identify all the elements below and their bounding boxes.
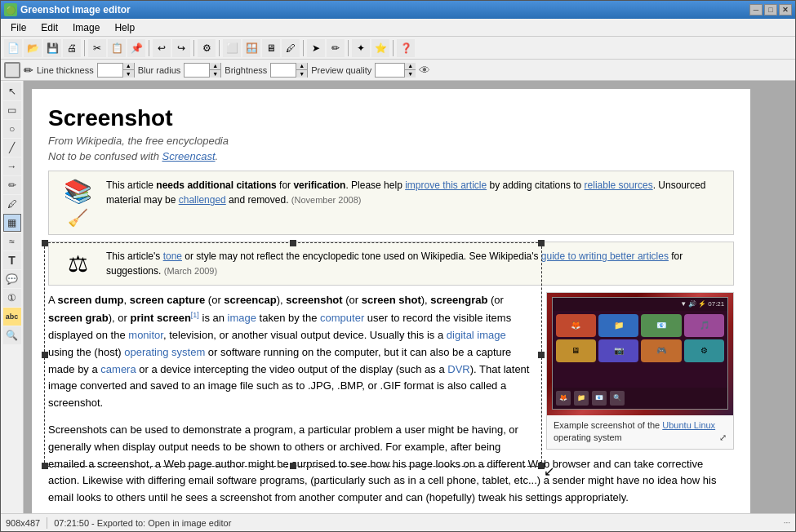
capture-region-button[interactable]: ⬜: [223, 39, 241, 57]
resize-cursor: ↙: [544, 463, 554, 479]
new-button[interactable]: 📄: [4, 39, 22, 57]
print-button[interactable]: 🖨: [63, 39, 81, 57]
selection-box[interactable]: ↙: [44, 242, 542, 467]
close-button[interactable]: ✕: [779, 4, 792, 16]
copy-button[interactable]: 📋: [108, 39, 126, 57]
sep2: [149, 40, 149, 56]
toolbar-options: ✏ Line thickness 1 ▲ ▼ Blur radius 2 ▲ ▼…: [1, 60, 795, 81]
counter-tool[interactable]: ①: [3, 289, 21, 307]
arrow-tool-button[interactable]: ➤: [307, 39, 325, 57]
line-thickness-btns[interactable]: ▲ ▼: [122, 63, 134, 78]
status-text: 07:21:50 - Exported to: Open in image ed…: [54, 518, 231, 528]
handle-mr[interactable]: [538, 352, 545, 358]
select-tool[interactable]: ↖: [3, 82, 21, 100]
capture-window-button[interactable]: 🪟: [242, 39, 260, 57]
blur-tool[interactable]: ≈: [3, 233, 21, 250]
title-bar-text: Greenshot image editor: [20, 4, 131, 16]
obfuscate-tool[interactable]: ▦: [3, 214, 21, 232]
preview-quality-down[interactable]: ▼: [404, 70, 416, 78]
infobox: ▼🔊⚡07:21 🦊 📁 📧 🎵 🖥 📷 🎮: [546, 292, 734, 450]
speech-bubble-tool[interactable]: 💬: [3, 270, 21, 288]
abc-tool[interactable]: abc: [3, 308, 21, 326]
blur-radius-spinbox[interactable]: 2 ▲ ▼: [184, 63, 221, 78]
line-tool[interactable]: ╱: [3, 139, 21, 157]
brightness-spinbox[interactable]: 85 ▲ ▼: [270, 63, 308, 78]
handle-tm[interactable]: [290, 240, 296, 246]
preview-icon: 👁: [419, 64, 430, 77]
menu-edit[interactable]: Edit: [34, 20, 64, 35]
preview-quality-label: Preview quality: [311, 65, 371, 75]
page-subtitle: From Wikipedia, the free encyclopedia: [48, 135, 734, 147]
maximize-button[interactable]: □: [764, 4, 777, 16]
highlight-tool[interactable]: 🖊: [3, 195, 21, 213]
minimize-button[interactable]: ─: [749, 4, 763, 16]
infobox-image: ▼🔊⚡07:21 🦊 📁 📧 🎵 🖥 📷 🎮: [547, 293, 733, 415]
blur-radius-btns[interactable]: ▲ ▼: [209, 63, 220, 78]
open-editor-button[interactable]: 🖊: [282, 39, 300, 57]
cut-button[interactable]: ✂: [88, 39, 106, 57]
blur-radius-down[interactable]: ▼: [209, 70, 220, 78]
paste-button[interactable]: 📌: [127, 39, 145, 57]
preview-quality-btns[interactable]: ▲ ▼: [404, 63, 416, 78]
brightness-label: Brightness: [225, 65, 267, 75]
main-area: ↖ ▭ ○ ╱ → ✏ 🖊 ▦ ≈ T 💬 ① abc 🔍: [1, 81, 795, 513]
broom-icon: 🧹: [68, 208, 88, 228]
handle-ml[interactable]: [42, 352, 48, 358]
book-icon: 📚: [64, 178, 92, 205]
sep6: [348, 40, 349, 56]
arrow-draw-tool[interactable]: →: [3, 157, 21, 175]
brightness-btns[interactable]: ▲ ▼: [296, 63, 307, 78]
effects-button[interactable]: ✦: [352, 39, 370, 57]
side-toolbar: ↖ ▭ ○ ╱ → ✏ 🖊 ▦ ≈ T 💬 ① abc 🔍: [1, 81, 24, 513]
pencil-tool-button[interactable]: ✏: [327, 39, 345, 57]
save-button[interactable]: 💾: [43, 39, 61, 57]
canvas-area[interactable]: ↙ Screenshot From Wikipedia, the free en…: [24, 81, 795, 513]
blur-radius-input[interactable]: 2: [185, 64, 209, 77]
text-tool[interactable]: T: [3, 251, 21, 269]
screenshot-content: ↙ Screenshot From Wikipedia, the free en…: [32, 89, 750, 513]
color-swatch[interactable]: [4, 62, 20, 78]
line-thickness-input[interactable]: 1: [98, 64, 122, 77]
title-bar-controls[interactable]: ─ □ ✕: [749, 4, 792, 16]
preview-quality-input[interactable]: 100: [376, 64, 404, 77]
not-confused: Not to be confused with Screencast.: [48, 150, 734, 162]
menu-image[interactable]: Image: [66, 20, 106, 35]
line-thickness-up[interactable]: ▲: [122, 63, 134, 70]
resize-grip: ···: [784, 518, 790, 527]
brightness-down[interactable]: ▼: [296, 70, 307, 78]
line-thickness-down[interactable]: ▼: [122, 70, 134, 78]
brightness-up[interactable]: ▲: [296, 63, 307, 70]
handle-bm[interactable]: [290, 463, 296, 469]
undo-button[interactable]: ↩: [153, 39, 171, 57]
page-title: Screenshot: [48, 105, 734, 131]
brightness-input[interactable]: 85: [271, 64, 296, 77]
app-window: 🟢 Greenshot image editor ─ □ ✕ File Edit…: [0, 0, 796, 532]
handle-bl[interactable]: [42, 463, 48, 469]
redo-button[interactable]: ↪: [172, 39, 190, 57]
menu-file[interactable]: File: [4, 20, 33, 35]
open-button[interactable]: 📂: [24, 39, 42, 57]
star-button[interactable]: ⭐: [371, 39, 389, 57]
capture-fullscreen-button[interactable]: 🖥: [262, 39, 280, 57]
sep1: [84, 40, 85, 56]
title-bar: 🟢 Greenshot image editor ─ □ ✕: [1, 1, 795, 19]
freehand-tool[interactable]: ✏: [3, 176, 21, 194]
infobox-caption: Example screenshot of the Ubuntu Linux o…: [547, 415, 733, 449]
image-dimensions: 908x487: [6, 518, 40, 528]
rectangle-tool[interactable]: ▭: [3, 101, 21, 119]
preview-quality-spinbox[interactable]: 100 ▲ ▼: [375, 63, 416, 78]
zoom-tool[interactable]: 🔍: [3, 326, 21, 344]
settings-button[interactable]: ⚙: [198, 39, 216, 57]
help-button[interactable]: ❓: [397, 39, 415, 57]
ellipse-tool[interactable]: ○: [3, 120, 21, 138]
handle-tl[interactable]: [42, 240, 48, 246]
infobox-expand-icon[interactable]: ⤢: [719, 432, 727, 444]
blur-radius-up[interactable]: ▲: [209, 63, 220, 70]
line-thickness-spinbox[interactable]: 1 ▲ ▼: [97, 63, 135, 78]
blur-radius-label: Blur radius: [138, 65, 181, 75]
menu-help[interactable]: Help: [108, 20, 141, 35]
preview-quality-up[interactable]: ▲: [404, 63, 416, 70]
handle-tr[interactable]: [538, 240, 545, 246]
notice-date-1: (November 2008): [291, 195, 362, 205]
line-thickness-label: Line thickness: [37, 65, 94, 75]
